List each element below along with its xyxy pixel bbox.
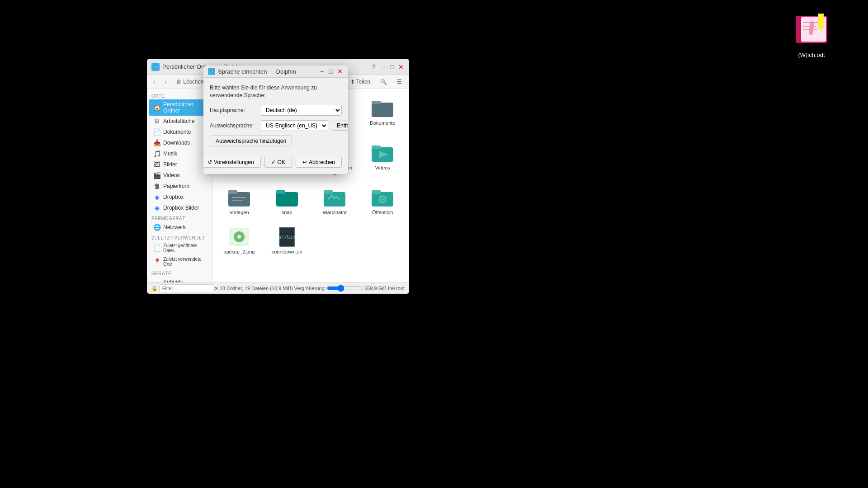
free-space-info: 559,9 GiB frei bbox=[364, 286, 395, 291]
file-item-warpinator[interactable]: Warpinator bbox=[313, 183, 357, 219]
dialog-titlebar-left: 🐬 Sprache einrichten — Dolphin bbox=[208, 68, 296, 75]
delete-button[interactable]: 🗑 Löschen bbox=[173, 77, 207, 86]
documents-icon: 📄 bbox=[153, 128, 160, 136]
svg-rect-41 bbox=[372, 190, 381, 194]
dialog-fallback-language-select[interactable]: US-Englisch (en_US) Deutsch (de) bbox=[261, 120, 328, 131]
sidebar-item-kubuntu[interactable]: 💿 Kubuntu Sicherun ⏏ bbox=[149, 277, 210, 282]
title-bar-controls: ? − □ ✕ bbox=[370, 63, 405, 70]
dialog-cancel-label: Abbrechen bbox=[309, 159, 335, 165]
svg-rect-20 bbox=[372, 103, 393, 117]
recent-places-icon: 📍 bbox=[153, 258, 160, 265]
file-item-vorlagen[interactable]: Vorlagen bbox=[217, 183, 261, 219]
cancel-icon: ↩ bbox=[302, 159, 307, 165]
zoom-slider[interactable] bbox=[327, 285, 363, 292]
menu-button[interactable]: ☰ bbox=[393, 77, 406, 86]
dialog-main-language-select[interactable]: Deutsch (de) English (en) bbox=[261, 105, 342, 116]
dialog-remove-button[interactable]: Entfernen bbox=[332, 121, 348, 131]
sidebar: Orte 🏠 Persönlicher Ordner 🖥 Arbeitsfläc… bbox=[147, 89, 212, 282]
dialog-cancel-button[interactable]: ↩ Abbrechen bbox=[296, 157, 342, 168]
oeffentlich-label: Öffentlich bbox=[372, 210, 393, 215]
close-button[interactable]: ✕ bbox=[397, 63, 405, 70]
sidebar-item-documents[interactable]: 📄 Dokumente bbox=[149, 127, 210, 137]
sidebar-item-recent-files[interactable]: 📄 Zuletzt geöffnete Datei... bbox=[149, 241, 210, 255]
videos-label: Videos bbox=[375, 165, 390, 170]
recent-files-icon: 📄 bbox=[153, 244, 160, 252]
dialog-body: Bitte wählen Sie die für diese Anwendung… bbox=[203, 78, 348, 174]
search-button[interactable]: 🔍 bbox=[377, 77, 391, 86]
dokumente-label: Dokumente bbox=[370, 120, 395, 126]
dialog-add-button[interactable]: Ausweichsprache hinzufügen bbox=[210, 136, 292, 146]
share-label: Teilen bbox=[356, 79, 370, 85]
file-item-countdown[interactable]: #!/bin countdown.sh bbox=[265, 222, 309, 258]
dialog-maximize-button[interactable]: □ bbox=[327, 68, 335, 75]
oeffentlich-folder-icon bbox=[371, 187, 394, 208]
maximize-button[interactable]: □ bbox=[388, 63, 396, 70]
videos-folder-icon bbox=[371, 142, 394, 164]
downloads-icon: 📥 bbox=[153, 139, 160, 146]
vorlagen-label: Vorlagen bbox=[229, 210, 249, 215]
dialog-title: Sprache einrichten — Dolphin bbox=[218, 68, 296, 75]
dialog-close-button[interactable]: ✕ bbox=[336, 68, 344, 75]
sidebar-item-videos-label: Videos bbox=[163, 172, 179, 178]
svg-rect-30 bbox=[372, 145, 381, 149]
help-button[interactable]: ? bbox=[370, 63, 377, 70]
file-item-videos[interactable]: Videos bbox=[360, 138, 405, 179]
trash-icon: 🗑 bbox=[153, 183, 160, 190]
sidebar-item-downloads[interactable]: 📥 Downloads bbox=[149, 137, 210, 148]
warpinator-label: Warpinator bbox=[323, 210, 347, 215]
minimize-button[interactable]: − bbox=[379, 63, 387, 70]
forward-button[interactable]: › bbox=[162, 77, 170, 87]
snap-label: snap bbox=[282, 210, 292, 215]
svg-text:#!/bin: #!/bin bbox=[279, 235, 295, 239]
sidebar-item-trash[interactable]: 🗑 Papierkorb bbox=[149, 181, 210, 192]
lock-icon: 🔒 bbox=[151, 286, 158, 291]
dialog-app-icon: 🐬 bbox=[208, 68, 215, 75]
sidebar-item-personal[interactable]: 🏠 Persönlicher Ordner bbox=[149, 99, 210, 116]
backup2png-icon bbox=[227, 226, 251, 248]
sidebar-item-music[interactable]: 🎵 Musik bbox=[149, 148, 210, 159]
dialog-description: Bitte wählen Sie die für diese Anwendung… bbox=[210, 84, 342, 99]
language-dialog: 🐬 Sprache einrichten — Dolphin − □ ✕ Bit… bbox=[203, 66, 348, 174]
music-icon: 🎵 bbox=[153, 150, 160, 157]
sidebar-item-dropbox[interactable]: ◈ Dropbox bbox=[149, 192, 210, 202]
network-icon: 🌐 bbox=[153, 224, 160, 231]
widget-label: (W)ich.odt bbox=[798, 52, 825, 58]
dialog-fallback-language-row: Ausweichsprache: US-Englisch (en_US) Deu… bbox=[210, 120, 342, 131]
sidebar-section-fremdgerat: Fremdgerät bbox=[147, 213, 212, 222]
sidebar-item-netzwerk-label: Netzwerk bbox=[163, 224, 186, 230]
dokumente-folder-icon bbox=[371, 97, 394, 119]
share-icon: ⬆ bbox=[350, 79, 355, 85]
sidebar-item-desktop[interactable]: 🖥 Arbeitsfläche bbox=[149, 116, 210, 127]
warpinator-folder-icon bbox=[323, 187, 346, 208]
sidebar-item-recent-places[interactable]: 📍 Zuletzt verwendete Orte bbox=[149, 255, 210, 268]
file-count-info: 18 Ordner, 19 Dateien (10,9 MiB) bbox=[220, 286, 293, 291]
pictures-icon: 🖼 bbox=[153, 161, 160, 168]
sidebar-item-dropbox-bilder[interactable]: ◈ Dropbox Bilder bbox=[149, 202, 210, 213]
dialog-minimize-button[interactable]: − bbox=[318, 68, 326, 75]
toolbar-right: ⬆ Teilen 🔍 ☰ bbox=[347, 77, 406, 86]
sidebar-item-netzwerk[interactable]: 🌐 Netzwerk bbox=[149, 222, 210, 233]
file-item-dokumente[interactable]: Dokumente bbox=[360, 94, 405, 135]
dialog-titlebar: 🐬 Sprache einrichten — Dolphin − □ ✕ bbox=[203, 66, 348, 78]
sidebar-section-devices: Geräte bbox=[147, 268, 212, 277]
dialog-main-language-label: Hauptsprache: bbox=[210, 107, 257, 113]
desktop-widget[interactable]: (W)ich.odt bbox=[791, 9, 832, 58]
sidebar-item-videos[interactable]: 🎬 Videos bbox=[149, 170, 210, 181]
sidebar-item-recent-files-label: Zuletzt geöffnete Datei... bbox=[163, 243, 206, 253]
svg-rect-39 bbox=[324, 190, 333, 194]
sidebar-item-pictures-label: Bilder bbox=[163, 161, 177, 168]
close-filter-icon[interactable]: ✕ bbox=[214, 286, 218, 291]
share-button[interactable]: ⬆ Teilen bbox=[347, 77, 374, 86]
dolphin-app-icon: 🐬 bbox=[151, 63, 160, 71]
back-button[interactable]: ‹ bbox=[151, 77, 158, 87]
sidebar-item-pictures[interactable]: 🖼 Bilder bbox=[149, 159, 210, 170]
file-item-oeffentlich[interactable]: Öffentlich bbox=[360, 183, 405, 219]
file-item-backup2png[interactable]: backup_2.png bbox=[217, 222, 261, 258]
delete-label: Löschen bbox=[183, 79, 203, 85]
dialog-defaults-button[interactable]: ↺ Voreinstellungen bbox=[203, 157, 261, 168]
file-item-snap[interactable]: snap bbox=[265, 183, 309, 219]
desktop-icon: 🖥 bbox=[153, 117, 160, 125]
dialog-controls: − □ ✕ bbox=[318, 68, 344, 75]
dialog-ok-button[interactable]: ✓ OK bbox=[264, 157, 292, 168]
filter-input[interactable] bbox=[159, 284, 213, 292]
